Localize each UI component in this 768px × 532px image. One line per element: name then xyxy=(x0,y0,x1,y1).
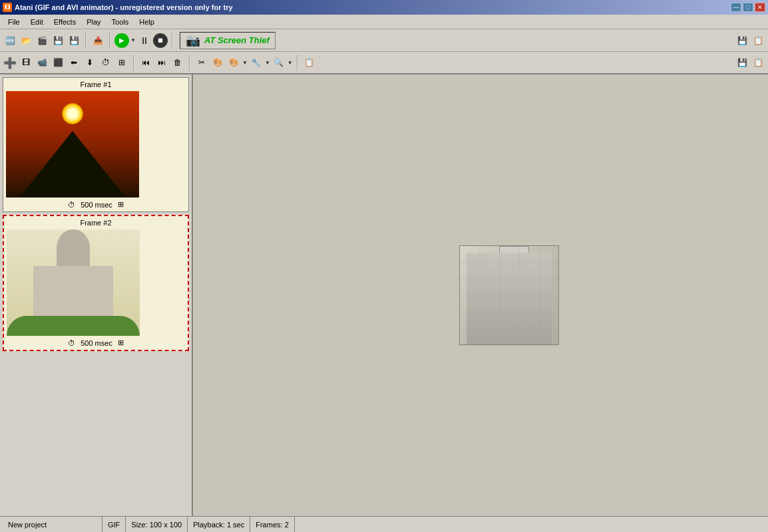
menu-effects[interactable]: Effects xyxy=(49,17,81,27)
main-container: Frame #1 ⏱ 500 msec ⊞ Frame #2 ⏱ 500 mse… xyxy=(0,74,768,516)
pyramid-graphic xyxy=(19,131,126,198)
add-video-button[interactable]: 📹 xyxy=(35,55,49,70)
frame-1-time: 500 msec xyxy=(81,201,112,209)
grid-button[interactable]: ⊞ xyxy=(114,55,129,70)
move-down-button[interactable]: ⬇ xyxy=(83,55,97,70)
frame-1-timer-icon: ⏱ xyxy=(68,201,75,209)
properties-button[interactable]: 📋 xyxy=(302,55,317,70)
filter-dropdown[interactable]: ▼ xyxy=(265,60,270,66)
menu-bar: File Edit Effects Play Tools Help xyxy=(0,15,768,29)
add-frames-button[interactable]: 🎞 xyxy=(19,55,33,70)
toolbar-sep-3 xyxy=(172,33,173,49)
sun-graphic xyxy=(62,103,83,124)
menu-tools[interactable]: Tools xyxy=(106,17,134,27)
frame-2-timer-icon: ⏱ xyxy=(68,339,75,347)
delete-frame-button[interactable]: 🗑 xyxy=(170,55,185,70)
preview-button[interactable]: 🎬 xyxy=(35,33,49,48)
menu-help[interactable]: Help xyxy=(134,17,160,27)
pause-button[interactable]: ⏸ xyxy=(137,33,152,48)
frame-1-title: Frame #1 xyxy=(6,80,186,88)
status-format: GIF xyxy=(102,517,126,532)
window-title: Atani (GIF and AVI animator) - unregiste… xyxy=(15,3,233,11)
copy-button[interactable]: 📋 xyxy=(751,55,765,70)
frame-panel: Frame #1 ⏱ 500 msec ⊞ Frame #2 ⏱ 500 mse… xyxy=(0,74,193,516)
toolbar-secondary: ➕ 🎞 📹 ⬛ ⬅ ⬇ ⏱ ⊞ ⏮ ⏭ 🗑 ✂ 🎨 🎨 ▼ 🔧 ▼ 🔍 ▼ 📋 … xyxy=(0,52,768,74)
canvas-area[interactable] xyxy=(193,74,768,516)
close-button[interactable]: ✕ xyxy=(755,3,765,12)
color-dropdown[interactable]: ▼ xyxy=(242,60,248,66)
canvas-preview xyxy=(459,245,559,345)
move-left-button[interactable]: ⬅ xyxy=(67,55,81,70)
title-bar-left: 🎞 Atani (GIF and AVI animator) - unregis… xyxy=(3,3,233,12)
color-button[interactable]: 🎨 xyxy=(226,55,241,70)
menu-edit[interactable]: Edit xyxy=(25,17,49,27)
menu-file[interactable]: File xyxy=(3,17,25,27)
add-frame-button[interactable]: ➕ xyxy=(3,55,17,70)
toolbar2-sep-3 xyxy=(297,55,298,70)
frame-2-grid-icon: ⊞ xyxy=(118,338,124,347)
toolbar-main: 🆕 📂 🎬 💾 💾 📤 ▶ ▼ ⏸ ⏹ 📷 AT Screen Thief 💾 … xyxy=(0,29,768,52)
maximize-button[interactable]: □ xyxy=(743,3,753,12)
title-bar: 🎞 Atani (GIF and AVI animator) - unregis… xyxy=(0,0,768,15)
frame-2-footer: ⏱ 500 msec ⊞ xyxy=(7,338,185,347)
toolbar2-sep-1 xyxy=(133,55,134,70)
toolbar-sep-2 xyxy=(109,33,110,49)
frame-2-time: 500 msec xyxy=(81,339,112,347)
crop-button[interactable]: ✂ xyxy=(194,55,209,70)
frame-item-2[interactable]: Frame #2 ⏱ 500 msec ⊞ xyxy=(3,215,189,351)
open-button[interactable]: 📂 xyxy=(19,33,33,48)
frame-2-title: Frame #2 xyxy=(7,219,185,227)
toolbar-right-1[interactable]: 💾 xyxy=(735,33,749,48)
frame-1-image xyxy=(6,91,139,198)
cathedral-trees xyxy=(7,316,140,336)
filter-button[interactable]: 🔧 xyxy=(249,55,264,70)
toolbar-sep-1 xyxy=(85,33,87,49)
toolbar2-sep-2 xyxy=(189,55,190,70)
next-frame-button[interactable]: ⏭ xyxy=(154,55,169,70)
stop-button[interactable]: ⏹ xyxy=(153,33,168,48)
timer-button[interactable]: ⏱ xyxy=(98,55,113,70)
prev-frame-button[interactable]: ⏮ xyxy=(138,55,153,70)
frame-2-image xyxy=(7,229,140,336)
status-size: Size: 100 x 100 xyxy=(126,517,188,532)
frame-effects-button[interactable]: 🎨 xyxy=(210,55,225,70)
app-icon: 🎞 xyxy=(3,3,12,12)
frame-item-1[interactable]: Frame #1 ⏱ 500 msec ⊞ xyxy=(3,77,189,212)
zoom-button[interactable]: 🔍 xyxy=(272,55,286,70)
zoom-dropdown[interactable]: ▼ xyxy=(288,60,293,66)
save-as-button[interactable]: 💾 xyxy=(67,33,81,48)
at-screen-thief-label: AT Screen Thief xyxy=(204,35,270,45)
preview-building-graphic xyxy=(460,246,558,344)
frame-1-grid-icon: ⊞ xyxy=(118,200,124,209)
export2-button[interactable]: 💾 xyxy=(735,55,749,70)
title-bar-buttons: — □ ✕ xyxy=(731,3,765,12)
export-button[interactable]: 📤 xyxy=(91,33,105,48)
status-playback: Playback: 1 sec xyxy=(188,517,250,532)
cathedral-dome xyxy=(57,229,90,266)
frame-1-footer: ⏱ 500 msec ⊞ xyxy=(6,200,186,209)
status-frames: Frames: 2 xyxy=(250,517,295,532)
stone-texture-svg xyxy=(460,246,558,344)
save-button[interactable]: 💾 xyxy=(51,33,65,48)
status-bar: New project GIF Size: 100 x 100 Playback… xyxy=(0,516,768,532)
menu-play[interactable]: Play xyxy=(81,17,106,27)
play-button[interactable]: ▶ xyxy=(114,33,129,48)
play-dropdown[interactable]: ▼ xyxy=(130,37,136,43)
toolbar-right-2[interactable]: 📋 xyxy=(751,33,765,48)
insert-frame-button[interactable]: ⬛ xyxy=(51,55,65,70)
status-project: New project xyxy=(3,517,102,532)
minimize-button[interactable]: — xyxy=(731,3,741,12)
new-button[interactable]: 🆕 xyxy=(3,33,17,48)
at-screen-thief-panel[interactable]: 📷 AT Screen Thief xyxy=(180,32,276,49)
